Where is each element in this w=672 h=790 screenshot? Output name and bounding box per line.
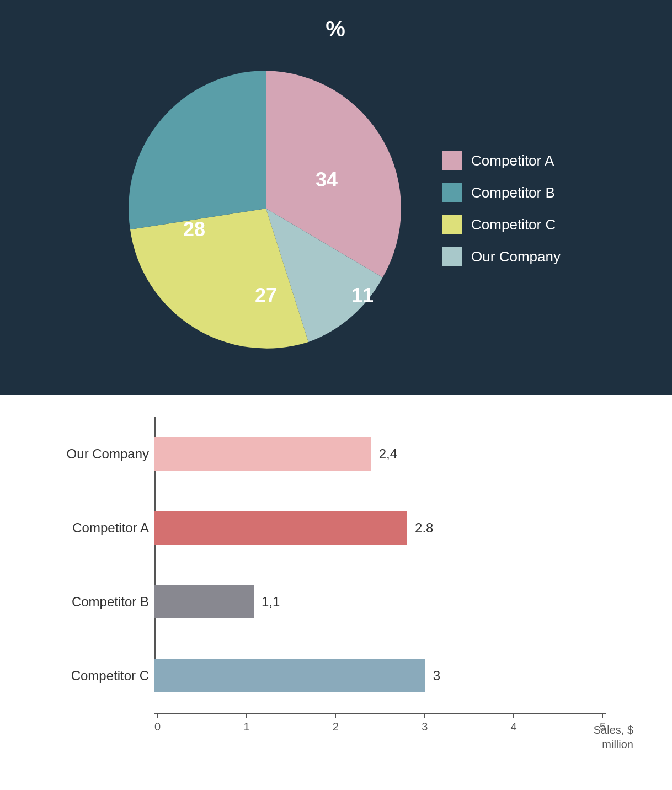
legend-label-competitor-c: Competitor C — [471, 216, 556, 233]
bar-track-competitor-c: 3 — [154, 659, 606, 692]
bar-label-competitor-c: Competitor C — [33, 668, 149, 684]
bar-chart-area: Our Company 2,4 Competitor A 2.8 Competi… — [33, 417, 639, 713]
legend-item-competitor-c: Competitor C — [442, 215, 561, 234]
x-tick-mark-3 — [424, 713, 425, 718]
bar-row-our-company: Our Company 2,4 — [154, 426, 606, 482]
x-tick-0: 0 — [154, 713, 161, 733]
pie-chart: 34 11 27 28 — [122, 65, 409, 352]
x-tick-label-0: 0 — [154, 720, 161, 733]
x-tick-label-1: 1 — [243, 720, 249, 733]
pie-slice-competitor-b — [129, 71, 266, 229]
pie-label-competitor-b: 28 — [183, 218, 205, 241]
x-tick-1: 1 — [243, 713, 249, 733]
pie-label-our-company: 11 — [351, 284, 374, 307]
x-tick-label-4: 4 — [511, 720, 517, 733]
x-tick-mark-5 — [602, 713, 603, 718]
x-axis-label: Sales, $ million — [594, 723, 633, 751]
bar-track-competitor-b: 1,1 — [154, 585, 606, 618]
x-tick-mark-2 — [335, 713, 336, 718]
x-tick-4: 4 — [511, 713, 517, 733]
pie-svg: 34 11 27 28 — [122, 65, 409, 352]
pie-chart-title: % — [326, 17, 346, 41]
legend-item-our-company: Our Company — [442, 247, 561, 266]
bar-value-competitor-b: 1,1 — [262, 594, 280, 610]
bar-value-competitor-a: 2.8 — [415, 520, 433, 536]
pie-label-competitor-c: 27 — [255, 284, 277, 307]
bar-label-competitor-b: Competitor B — [33, 594, 149, 610]
pie-chart-section: % 34 11 27 28 Competitor A — [0, 0, 672, 395]
x-axis: 0 1 2 3 4 — [33, 713, 639, 746]
x-tick-label-2: 2 — [333, 720, 339, 733]
bar-fill-competitor-c — [154, 659, 425, 692]
x-tick-label-3: 3 — [422, 720, 428, 733]
bar-fill-competitor-a — [154, 511, 407, 545]
bar-fill-our-company — [154, 437, 371, 471]
legend-item-competitor-b: Competitor B — [442, 183, 561, 202]
bar-row-competitor-a: Competitor A 2.8 — [154, 500, 606, 556]
bar-track-our-company: 2,4 — [154, 437, 606, 471]
bar-track-competitor-a: 2.8 — [154, 511, 606, 545]
pie-chart-content: 34 11 27 28 Competitor A Competitor B Co… — [0, 65, 672, 352]
x-tick-mark-0 — [157, 713, 158, 718]
legend-label-competitor-a: Competitor A — [471, 152, 554, 169]
x-axis-ticks: 0 1 2 3 4 — [154, 713, 606, 733]
legend-color-competitor-b — [442, 183, 462, 202]
x-tick-2: 2 — [333, 713, 339, 733]
x-tick-mark-1 — [246, 713, 247, 718]
bar-value-competitor-c: 3 — [433, 668, 440, 684]
bar-row-competitor-c: Competitor C 3 — [154, 648, 606, 703]
legend-label-our-company: Our Company — [471, 248, 561, 265]
legend-item-competitor-a: Competitor A — [442, 151, 561, 170]
x-axis-label-line1: Sales, $ — [594, 723, 633, 737]
bar-value-our-company: 2,4 — [379, 446, 397, 462]
bar-label-competitor-a: Competitor A — [33, 520, 149, 536]
x-tick-3: 3 — [422, 713, 428, 733]
legend-color-our-company — [442, 247, 462, 266]
bar-fill-competitor-b — [154, 585, 254, 618]
pie-label-competitor-a: 34 — [316, 168, 338, 191]
bar-row-competitor-b: Competitor B 1,1 — [154, 574, 606, 629]
x-tick-mark-4 — [513, 713, 514, 718]
x-axis-label-line2: million — [594, 737, 633, 751]
bar-chart-section: Our Company 2,4 Competitor A 2.8 Competi… — [0, 395, 672, 790]
bar-chart-wrapper: Our Company 2,4 Competitor A 2.8 Competi… — [33, 417, 639, 746]
legend-label-competitor-b: Competitor B — [471, 184, 555, 201]
legend-color-competitor-a — [442, 151, 462, 170]
bar-label-our-company: Our Company — [33, 446, 149, 462]
legend-color-competitor-c — [442, 215, 462, 234]
pie-legend: Competitor A Competitor B Competitor C O… — [442, 151, 561, 266]
